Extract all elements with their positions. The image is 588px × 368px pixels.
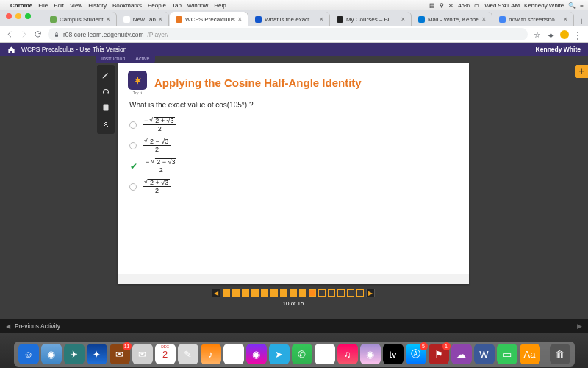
clock[interactable]: Wed 9:41 AM bbox=[484, 2, 520, 9]
answer-choice[interactable]: −2 + √3 2 bbox=[129, 115, 457, 135]
spotlight-icon[interactable]: 🔍 bbox=[568, 2, 576, 9]
browser-tab[interactable]: My Courses – Blackb× bbox=[331, 12, 412, 26]
tab-close-icon[interactable]: × bbox=[564, 15, 567, 23]
answer-choice[interactable]: 2 + √3 2 bbox=[129, 177, 457, 197]
zoom-window[interactable] bbox=[25, 13, 31, 19]
extensions-icon[interactable]: ✦ bbox=[547, 30, 556, 39]
pager-step[interactable] bbox=[356, 289, 364, 297]
browser-tab[interactable]: WCPS Precalculus× bbox=[170, 12, 248, 26]
next-activity-arrow[interactable]: ▶ bbox=[577, 322, 582, 330]
pager-step[interactable] bbox=[232, 289, 240, 297]
browser-tab[interactable]: New Tab× bbox=[118, 12, 169, 26]
collapse-tool[interactable] bbox=[98, 116, 113, 131]
dock-app[interactable]: ✓ bbox=[223, 344, 244, 364]
dock-app[interactable]: ▭ bbox=[497, 344, 517, 364]
dock-app[interactable]: ☁ bbox=[451, 344, 472, 364]
tab-close-icon[interactable]: × bbox=[482, 15, 486, 23]
browser-tab[interactable]: Mail - White, Kenne× bbox=[412, 12, 492, 26]
dock-app[interactable]: ✎ bbox=[178, 344, 198, 364]
subnav-active[interactable]: Active bbox=[135, 56, 149, 61]
pager-step[interactable] bbox=[270, 289, 278, 297]
dock-app[interactable]: W bbox=[474, 344, 495, 364]
prev-activity-label[interactable]: Previous Activity bbox=[15, 322, 60, 330]
new-tab-button[interactable]: + bbox=[575, 16, 588, 26]
close-window[interactable] bbox=[6, 13, 12, 19]
pager-step[interactable] bbox=[328, 289, 335, 297]
headphones-tool[interactable] bbox=[98, 84, 113, 99]
minimize-window[interactable] bbox=[15, 13, 21, 19]
dock-app[interactable]: ☺ bbox=[18, 344, 39, 364]
pager-step[interactable] bbox=[261, 289, 268, 297]
dock-app[interactable]: Aa bbox=[520, 344, 540, 364]
pager-step[interactable] bbox=[223, 289, 230, 297]
tab-close-icon[interactable]: × bbox=[320, 15, 323, 23]
add-note-flag[interactable]: + bbox=[575, 65, 588, 78]
back-button[interactable] bbox=[6, 30, 14, 38]
pager-step[interactable] bbox=[309, 289, 316, 297]
pager-step[interactable] bbox=[242, 289, 249, 297]
chrome-menu-icon[interactable]: ⋮ bbox=[573, 30, 582, 39]
menu-history[interactable]: History bbox=[88, 2, 107, 9]
dock-app[interactable]: ✦ bbox=[87, 344, 107, 364]
dock-app[interactable]: ➤ bbox=[269, 344, 290, 364]
app-name[interactable]: Chrome bbox=[10, 2, 32, 9]
tab-close-icon[interactable]: × bbox=[159, 15, 162, 23]
menu-edit[interactable]: Edit bbox=[54, 2, 64, 9]
reload-button[interactable] bbox=[34, 30, 42, 38]
pager-next[interactable]: ▶ bbox=[366, 289, 375, 297]
dock-app[interactable]: ▦ bbox=[315, 344, 335, 364]
pencil-tool[interactable] bbox=[98, 68, 113, 82]
dock-app[interactable]: ✉ bbox=[132, 344, 153, 364]
menu-view[interactable]: View bbox=[70, 2, 82, 9]
wifi-icon[interactable]: ⚲ bbox=[440, 2, 444, 9]
menu-tab[interactable]: Tab bbox=[172, 2, 182, 9]
profile-avatar[interactable] bbox=[560, 30, 569, 39]
calculator-tool[interactable] bbox=[98, 100, 113, 115]
pager-step[interactable] bbox=[290, 289, 297, 297]
dock-app[interactable]: ♪ bbox=[201, 344, 221, 364]
dock-app[interactable]: ◉ bbox=[360, 344, 381, 364]
menu-bookmarks[interactable]: Bookmarks bbox=[112, 2, 142, 9]
dock-app[interactable]: ♫ bbox=[337, 344, 358, 364]
prev-activity-arrow[interactable]: ◀ bbox=[6, 323, 10, 330]
omnibox[interactable]: r08.core.learn.edgenuity.com/Player/ bbox=[48, 28, 528, 40]
dock-app[interactable]: 🗑 bbox=[550, 344, 570, 364]
home-icon[interactable] bbox=[7, 46, 15, 54]
forward-button[interactable] bbox=[20, 30, 28, 38]
dock-app[interactable]: tv bbox=[383, 344, 404, 364]
pager-step[interactable] bbox=[337, 289, 345, 297]
pager-step[interactable] bbox=[318, 289, 326, 297]
extension-icons: ☆ ✦ ⋮ bbox=[534, 30, 582, 39]
menu-help[interactable]: Help bbox=[214, 2, 226, 9]
menu-people[interactable]: People bbox=[148, 2, 166, 9]
pager-step[interactable] bbox=[280, 289, 287, 297]
subnav-instruction[interactable]: Instruction bbox=[101, 56, 125, 61]
dock-app[interactable]: Ⓐ5 bbox=[406, 344, 426, 364]
pager-step[interactable] bbox=[251, 289, 259, 297]
dock-app[interactable]: ⚑1 bbox=[429, 344, 449, 364]
dock-app[interactable]: ✈ bbox=[64, 344, 85, 364]
menu-extra-icon[interactable]: ≡ bbox=[580, 2, 584, 9]
course-user[interactable]: Kennedy White bbox=[536, 46, 581, 53]
menubar-user[interactable]: Kennedy White bbox=[524, 2, 564, 9]
pager-step[interactable] bbox=[299, 289, 306, 297]
bookmark-star-icon[interactable]: ☆ bbox=[534, 30, 542, 39]
tab-close-icon[interactable]: × bbox=[107, 15, 110, 23]
browser-tab[interactable]: Campus Student× bbox=[44, 12, 117, 26]
dock-app[interactable]: ◉ bbox=[246, 344, 267, 364]
dock-app[interactable]: ◉ bbox=[41, 344, 62, 364]
tab-close-icon[interactable]: × bbox=[238, 15, 242, 23]
dock-app[interactable]: DEC2 bbox=[155, 344, 176, 364]
pager-prev[interactable]: ◀ bbox=[212, 289, 220, 297]
dock-app[interactable]: ✉11 bbox=[110, 344, 130, 364]
bluetooth-icon[interactable]: ∗ bbox=[448, 2, 453, 9]
dock-app[interactable]: ✆ bbox=[292, 344, 312, 364]
browser-tab[interactable]: how to screenshot o× bbox=[493, 12, 574, 26]
menu-window[interactable]: Window bbox=[187, 2, 208, 9]
pager-step[interactable] bbox=[347, 289, 354, 297]
answer-choice[interactable]: ✔ −2 − √3 2 bbox=[129, 156, 457, 177]
answer-choice[interactable]: 2 − √3 2 bbox=[129, 135, 457, 156]
tab-close-icon[interactable]: × bbox=[401, 15, 405, 23]
browser-tab[interactable]: What is the exact va× bbox=[249, 12, 330, 26]
menu-file[interactable]: File bbox=[38, 2, 48, 9]
